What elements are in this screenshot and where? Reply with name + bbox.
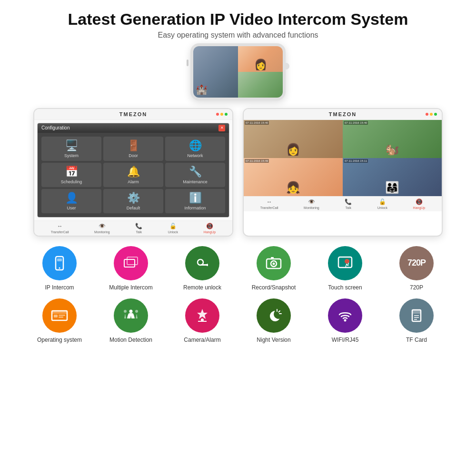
config-item-alarm[interactable]: 🔔 Alarm	[103, 163, 163, 187]
footer-label-transfer-2: TransferCall	[260, 206, 278, 209]
header: Latest Generation IP Video Intercom Syst…	[68, 10, 408, 40]
touch-screen-icon-circle	[328, 246, 362, 280]
feature-touch-screen: Touch screen	[312, 246, 378, 291]
features-row-2: Operating system Motion Detection	[14, 298, 462, 343]
config-close-button[interactable]: ✕	[218, 125, 225, 131]
features-row-1: IP Intercom Multiple Intercom	[14, 246, 462, 291]
dot-yellow-2	[430, 113, 433, 116]
phone-screen	[193, 46, 283, 98]
config-item-default[interactable]: ⚙️ Default	[103, 189, 163, 213]
night-version-svg	[265, 307, 283, 324]
config-item-system[interactable]: 🖥️ System	[41, 137, 101, 161]
cam-timestamp-1: 07-11-2016 15:40	[245, 121, 269, 125]
maintenance-icon: 🔧	[189, 166, 202, 178]
svg-rect-15	[52, 311, 67, 314]
wifi-svg	[336, 307, 355, 324]
svg-point-1	[59, 267, 60, 268]
system-icon: 🖥️	[65, 139, 78, 152]
footer-unlock-2[interactable]: 🔓 Unlock	[377, 198, 387, 209]
monitoring-icon-2: 👁️	[308, 198, 315, 205]
phone-cam-person	[238, 46, 283, 72]
feature-label-operating-system: Operating system	[37, 337, 82, 343]
feature-label-wifi-rj45: WIFI/RJ45	[332, 337, 359, 343]
config-grid: 🖥️ System 🚪 Door 🌐 Network 📅	[38, 133, 229, 217]
phone-cam-outdoor	[238, 72, 283, 98]
footer-label-monitoring-2: Monitoring	[304, 206, 319, 209]
operating-system-svg	[50, 307, 69, 324]
footer-transfer-1[interactable]: ↔️ TransferCall	[51, 223, 69, 234]
config-label-user: User	[67, 206, 76, 210]
transfer-icon: ↔️	[57, 223, 63, 229]
monitor-bar-2: TMEZON	[244, 109, 442, 120]
footer-talk-2[interactable]: 📞 Talk	[345, 198, 352, 209]
feature-label-motion-detection: Motion Detection	[109, 337, 152, 343]
svg-rect-3	[124, 259, 135, 267]
camera-grid: 07-11-2016 15:40 👩 07-11-2016 15:40 🐿️ 0…	[244, 120, 442, 196]
footer-transfer-2[interactable]: ↔️ TransferCall	[260, 198, 278, 209]
footer-label-hangup-2: HangUp	[413, 206, 426, 209]
footer-hangup-1[interactable]: 📵 HangUp	[204, 223, 216, 234]
dot-green	[225, 113, 228, 116]
monitor-cameras: TMEZON 07-11-2016 15:40 👩 07-11-2016 15:…	[243, 108, 443, 237]
feature-record-snapshot: Record/Snapshot	[240, 246, 307, 291]
feature-label-ip-intercom: IP Intercom	[45, 284, 74, 291]
camera-alarm-svg	[193, 307, 211, 324]
feature-night-version: Night Version	[240, 298, 307, 343]
monitor-footer-2: ↔️ TransferCall 👁️ Monitoring 📞 Talk 🔓 U…	[244, 196, 442, 211]
config-label-maintenance: Maintenance	[183, 179, 208, 184]
cam-timestamp-3: 07-11-2016 15:49	[245, 159, 269, 163]
feature-label-camera-alarm: Camera/Alarm	[184, 337, 220, 343]
tf-card-icon-circle	[399, 298, 434, 333]
feature-label-record-snapshot: Record/Snapshot	[252, 284, 296, 291]
footer-hangup-2[interactable]: 📵 HangUp	[413, 198, 426, 209]
config-label-scheduling: Scheduling	[61, 179, 82, 184]
config-item-maintenance[interactable]: 🔧 Maintenance	[165, 163, 225, 187]
unlock-icon: 🔓	[169, 223, 177, 229]
config-title: Configuration	[41, 125, 69, 130]
dot-red	[216, 113, 219, 116]
feature-tf-card: TF Card	[383, 298, 450, 343]
ip-intercom-icon-circle	[42, 246, 77, 280]
cam-person-2: 🐿️	[385, 143, 399, 156]
camera-feed-1: 07-11-2016 15:40 👩	[244, 120, 343, 158]
cam-person-1: 👩	[286, 143, 300, 156]
svg-rect-18	[59, 317, 63, 318]
svg-point-19	[129, 309, 133, 313]
alarm-icon: 🔔	[127, 166, 140, 178]
config-item-information[interactable]: ℹ️ Information	[165, 189, 225, 213]
svg-rect-17	[59, 315, 65, 316]
footer-label-unlock-2: Unlock	[377, 206, 387, 209]
remote-unlock-svg	[193, 255, 212, 272]
dot-yellow	[220, 113, 223, 116]
feature-motion-detection: Motion Detection	[98, 298, 164, 343]
record-snapshot-icon-circle	[257, 246, 291, 280]
svg-rect-28	[412, 310, 421, 314]
talk-icon-2: 📞	[345, 198, 352, 205]
footer-monitor-2[interactable]: 👁️ Monitoring	[304, 198, 319, 209]
scheduling-icon: 📅	[65, 166, 78, 178]
config-item-door[interactable]: 🚪 Door	[103, 137, 163, 161]
config-item-network[interactable]: 🌐 Network	[165, 137, 225, 161]
user-icon: 👤	[65, 192, 78, 204]
svg-rect-11	[271, 257, 274, 259]
camera-feed-3: 07-11-2016 15:49 👧	[244, 158, 343, 196]
config-item-scheduling[interactable]: 📅 Scheduling	[41, 163, 101, 187]
config-title-bar: Configuration ✕	[38, 123, 229, 133]
default-icon: ⚙️	[127, 192, 140, 204]
footer-talk-1[interactable]: 📞 Talk	[135, 223, 142, 234]
cam-person-3: 👧	[286, 181, 300, 194]
talk-icon: 📞	[135, 223, 142, 229]
config-item-user[interactable]: 👤 User	[41, 189, 101, 213]
camera-feed-2: 07-11-2016 15:40 🐿️	[343, 120, 442, 158]
svg-line-24	[279, 311, 280, 312]
tf-card-svg	[407, 307, 426, 324]
footer-unlock-1[interactable]: 🔓 Unlock	[168, 223, 178, 234]
config-label-information: Information	[184, 206, 206, 210]
touch-screen-svg	[336, 255, 354, 272]
dot-green-2	[434, 113, 437, 116]
network-icon: 🌐	[189, 139, 202, 152]
footer-monitor-1[interactable]: 👁️ Monitoring	[94, 223, 110, 234]
cam-timestamp-2: 07-11-2016 15:40	[344, 121, 368, 125]
transfer-icon-2: ↔️	[267, 198, 272, 205]
monitor-brand-1: TMEZON	[119, 111, 147, 117]
